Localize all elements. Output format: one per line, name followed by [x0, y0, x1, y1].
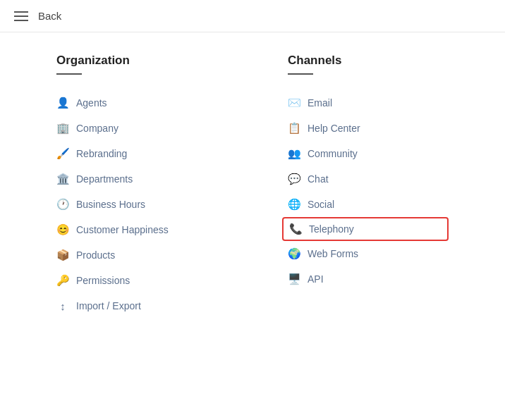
import-export-label: Import / Export	[76, 300, 141, 311]
rebranding-label: Rebranding	[76, 148, 127, 159]
menu-item-departments[interactable]: 🏛️Departments	[56, 166, 217, 192]
agents-icon: 👤	[56, 97, 69, 109]
social-label: Social	[308, 199, 334, 210]
help-center-label: Help Center	[308, 123, 360, 134]
community-icon: 👥	[288, 147, 300, 160]
organization-column: Organization 👤Agents🏢Company🖌️Rebranding…	[56, 54, 217, 319]
menu-item-permissions[interactable]: 🔑Permissions	[56, 268, 217, 293]
permissions-label: Permissions	[76, 275, 130, 286]
permissions-icon: 🔑	[56, 274, 69, 287]
organization-items: 👤Agents🏢Company🖌️Rebranding🏛️Departments…	[56, 90, 217, 319]
menu-item-rebranding[interactable]: 🖌️Rebranding	[56, 141, 217, 166]
telephony-label: Telephony	[309, 223, 354, 235]
channels-title: Channels	[288, 54, 449, 68]
menu-item-chat[interactable]: 💬Chat	[288, 166, 449, 192]
menu-item-agents[interactable]: 👤Agents	[56, 90, 217, 116]
telephony-icon: 📞	[289, 223, 302, 235]
channel-items: ✉️Email📋Help Center👥Community💬Chat🌐Socia…	[288, 90, 449, 292]
menu-item-products[interactable]: 📦Products	[56, 242, 217, 268]
departments-label: Departments	[76, 173, 133, 185]
customer-happiness-icon: 😊	[56, 223, 69, 236]
menu-item-community[interactable]: 👥Community	[288, 141, 449, 166]
rebranding-icon: 🖌️	[56, 147, 69, 160]
chat-label: Chat	[308, 173, 329, 185]
web-forms-icon: 🌍	[288, 247, 300, 260]
menu-item-company[interactable]: 🏢Company	[56, 116, 217, 141]
header: Back	[0, 0, 505, 32]
chat-icon: 💬	[288, 173, 300, 185]
organization-title: Organization	[56, 54, 217, 68]
api-icon: 🖥️	[288, 273, 300, 285]
channels-divider	[288, 73, 313, 75]
back-button[interactable]: Back	[38, 10, 61, 22]
menu-item-api[interactable]: 🖥️API	[288, 266, 449, 292]
api-label: API	[308, 273, 324, 285]
menu-item-web-forms[interactable]: 🌍Web Forms	[288, 241, 449, 266]
menu-item-email[interactable]: ✉️Email	[288, 90, 449, 116]
community-label: Community	[308, 148, 358, 159]
organization-divider	[56, 73, 82, 75]
customer-happiness-label: Customer Happiness	[76, 224, 169, 235]
products-icon: 📦	[56, 249, 69, 261]
help-center-icon: 📋	[288, 122, 300, 135]
hamburger-icon[interactable]	[14, 11, 28, 21]
business-hours-label: Business Hours	[76, 199, 145, 210]
import-export-icon: ↕️	[56, 299, 69, 312]
main-content: Organization 👤Agents🏢Company🖌️Rebranding…	[0, 32, 505, 340]
menu-item-telephony[interactable]: 📞Telephony	[282, 217, 449, 241]
social-icon: 🌐	[288, 198, 300, 211]
products-label: Products	[76, 249, 115, 261]
email-icon: ✉️	[288, 97, 300, 109]
menu-item-import-export[interactable]: ↕️Import / Export	[56, 293, 217, 319]
company-label: Company	[76, 123, 118, 134]
menu-item-customer-happiness[interactable]: 😊Customer Happiness	[56, 217, 217, 242]
channels-column: Channels ✉️Email📋Help Center👥Community💬C…	[288, 54, 449, 319]
agents-label: Agents	[76, 97, 107, 109]
menu-item-social[interactable]: 🌐Social	[288, 192, 449, 217]
company-icon: 🏢	[56, 122, 69, 135]
business-hours-icon: 🕐	[56, 198, 69, 211]
email-label: Email	[308, 97, 332, 109]
web-forms-label: Web Forms	[308, 248, 358, 259]
menu-item-help-center[interactable]: 📋Help Center	[288, 116, 449, 141]
menu-item-business-hours[interactable]: 🕐Business Hours	[56, 192, 217, 217]
departments-icon: 🏛️	[56, 173, 69, 185]
